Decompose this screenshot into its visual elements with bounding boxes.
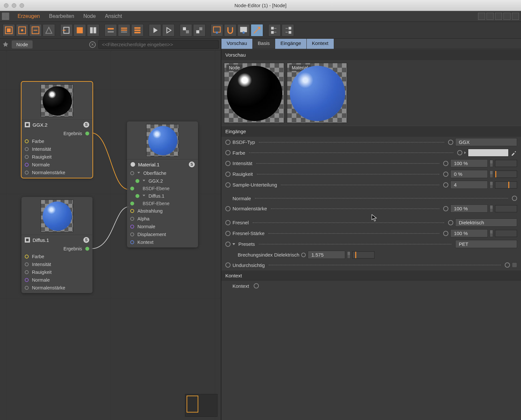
tool-frame-eye-1[interactable] <box>211 24 223 36</box>
param-anim-toggle[interactable] <box>225 182 231 188</box>
expand-icon[interactable] <box>464 151 466 154</box>
input-port[interactable] <box>130 187 134 190</box>
param-link-toggle[interactable] <box>448 140 453 145</box>
tool-play-outline[interactable] <box>162 24 175 36</box>
fresnel-staerke-slider[interactable] <box>495 230 517 237</box>
minimap[interactable] <box>185 394 218 417</box>
param-link-toggle[interactable] <box>457 150 462 155</box>
tool-split[interactable] <box>87 24 99 36</box>
input-port[interactable] <box>25 270 29 274</box>
tool-arrow-active[interactable] <box>251 24 263 36</box>
param-link-toggle[interactable] <box>301 253 306 257</box>
tool-export[interactable] <box>74 24 86 36</box>
normalenstaerke-slider[interactable] <box>495 205 517 212</box>
tool-magnet[interactable] <box>224 24 236 36</box>
input-port[interactable] <box>25 147 29 151</box>
param-link-toggle[interactable] <box>443 172 448 177</box>
normalenstaerke-field[interactable]: 100 % <box>450 204 488 213</box>
breadcrumb-node[interactable]: Node <box>12 40 33 49</box>
zoom-window-icon[interactable] <box>20 3 24 8</box>
tool-rows-1[interactable] <box>105 24 117 36</box>
output-port[interactable] <box>85 247 89 251</box>
brechungsindex-slider[interactable] <box>352 251 374 259</box>
tool-route-1[interactable] <box>268 24 281 36</box>
input-port[interactable] <box>25 255 29 259</box>
bsdf-type-dropdown[interactable]: GGX <box>455 138 517 146</box>
preview-material[interactable]: Material <box>287 63 347 123</box>
menu-erzeugen[interactable]: Erzeugen <box>13 13 45 19</box>
spinner[interactable] <box>347 251 350 259</box>
param-anim-toggle[interactable] <box>225 242 231 247</box>
input-port[interactable] <box>25 139 29 143</box>
param-anim-toggle[interactable] <box>225 161 231 166</box>
tool-rows-2[interactable] <box>118 24 130 36</box>
clear-filter-icon[interactable]: ✕ <box>89 41 96 48</box>
close-window-icon[interactable] <box>4 3 8 8</box>
pin-icon[interactable] <box>2 41 9 48</box>
param-anim-toggle[interactable] <box>225 140 231 145</box>
param-anim-toggle[interactable] <box>225 172 231 177</box>
input-port[interactable] <box>135 194 139 198</box>
tool-triangle[interactable] <box>43 24 55 36</box>
layout-button-1[interactable] <box>478 13 485 20</box>
tool-group-2[interactable] <box>193 24 205 36</box>
param-link-toggle[interactable] <box>512 196 517 201</box>
presets-dropdown[interactable]: PET <box>455 240 517 248</box>
node-ggx2[interactable]: GGX.2 S Ergebnis Farbe Intensität Rauigk… <box>21 82 92 178</box>
param-link-toggle[interactable] <box>443 231 448 236</box>
menu-bearbeiten[interactable]: Bearbeiten <box>45 13 79 19</box>
app-grid-icon[interactable] <box>2 13 9 20</box>
eyedropper-icon[interactable] <box>511 149 517 156</box>
param-link-toggle[interactable] <box>443 182 448 188</box>
tab-eingaenge[interactable]: Eingänge <box>275 39 306 49</box>
fresnel-staerke-field[interactable]: 100 % <box>450 229 488 237</box>
rauigkeit-slider[interactable] <box>495 171 517 178</box>
input-port[interactable] <box>25 278 29 282</box>
tool-route-2[interactable] <box>282 24 294 36</box>
param-anim-toggle[interactable] <box>225 231 231 236</box>
sample-slider[interactable] <box>495 181 517 189</box>
color-swatch[interactable] <box>468 149 509 157</box>
spinner[interactable] <box>490 160 493 167</box>
intensitaet-slider[interactable] <box>495 160 517 167</box>
param-link-toggle[interactable] <box>505 262 510 268</box>
menu-node[interactable]: Node <box>79 13 100 19</box>
layout-button-3[interactable] <box>495 13 502 20</box>
add-panel-icon[interactable] <box>512 13 519 20</box>
rauigkeit-field[interactable]: 0 % <box>450 170 488 178</box>
tab-basis[interactable]: Basis <box>253 39 275 49</box>
input-port[interactable] <box>130 217 134 221</box>
tool-add-node-2[interactable] <box>16 24 28 36</box>
param-anim-toggle[interactable] <box>225 220 231 225</box>
minimize-window-icon[interactable] <box>12 3 16 8</box>
node-canvas[interactable]: GGX.2 S Ergebnis Farbe Intensität Rauigk… <box>0 50 221 420</box>
spinner[interactable] <box>490 181 493 189</box>
input-port[interactable] <box>130 209 134 213</box>
spinner[interactable] <box>490 230 493 237</box>
spinner[interactable] <box>490 205 493 212</box>
input-port[interactable] <box>135 179 139 183</box>
brechungsindex-field[interactable]: 1.575 <box>308 251 345 259</box>
param-anim-toggle[interactable] <box>225 262 231 268</box>
tool-add-node-3[interactable] <box>29 24 42 36</box>
input-port[interactable] <box>25 171 29 175</box>
filter-input[interactable] <box>98 40 219 49</box>
solo-badge-icon[interactable]: S <box>83 237 89 243</box>
tool-frame-eye-2[interactable] <box>237 24 250 36</box>
solo-badge-icon[interactable]: S <box>83 122 89 128</box>
lock-icon[interactable] <box>503 13 511 20</box>
intensitaet-field[interactable]: 100 % <box>450 159 488 167</box>
node-diffus1[interactable]: Diffus.1 S Ergebnis Farbe Intensität Rau… <box>21 197 92 293</box>
layout-button-2[interactable] <box>486 13 494 20</box>
spinner[interactable] <box>490 171 493 178</box>
input-port[interactable] <box>25 155 29 159</box>
input-port[interactable] <box>130 240 134 244</box>
tool-add-node-1[interactable] <box>3 24 15 36</box>
param-anim-toggle[interactable] <box>225 206 231 211</box>
preview-node[interactable]: Node <box>224 63 284 123</box>
sample-field[interactable]: 4 <box>450 181 488 189</box>
param-link-toggle[interactable] <box>443 206 448 211</box>
tab-kontext[interactable]: Kontext <box>307 39 334 49</box>
tool-rows-3[interactable] <box>131 24 144 36</box>
presets-collapse-icon[interactable] <box>232 243 235 245</box>
